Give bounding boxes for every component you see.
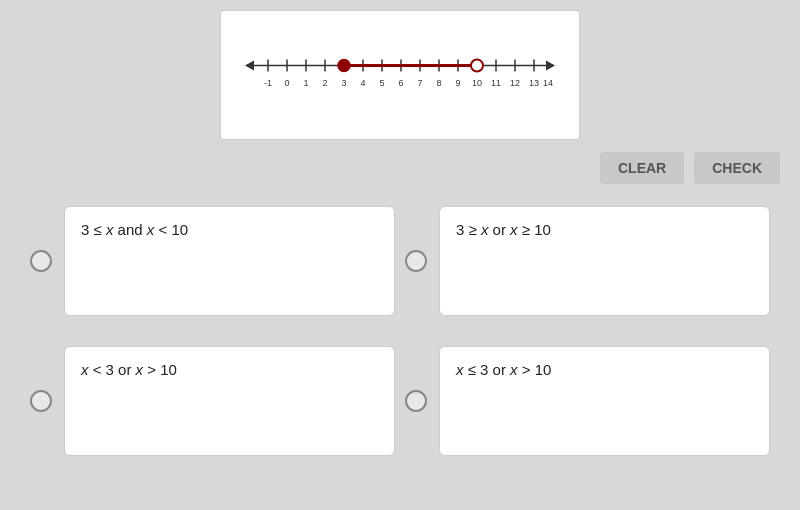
option-item-b: 3 ≥ x or x ≥ 10 <box>405 196 770 326</box>
svg-text:4: 4 <box>360 78 365 88</box>
svg-text:2: 2 <box>322 78 327 88</box>
svg-text:1: 1 <box>303 78 308 88</box>
number-line-wrapper: -1 0 1 2 3 4 5 6 7 8 9 10 11 12 13 14 <box>240 45 560 105</box>
radio-b[interactable] <box>405 250 427 272</box>
number-line-svg: -1 0 1 2 3 4 5 6 7 8 9 10 11 12 13 14 <box>240 45 560 105</box>
svg-text:-1: -1 <box>264 78 272 88</box>
svg-text:14: 14 <box>543 78 553 88</box>
option-box-d[interactable]: x ≤ 3 or x > 10 <box>439 346 770 456</box>
buttons-row: CLEAR CHECK <box>0 140 800 196</box>
svg-text:9: 9 <box>455 78 460 88</box>
svg-marker-2 <box>546 61 555 71</box>
svg-text:10: 10 <box>472 78 482 88</box>
option-box-b[interactable]: 3 ≥ x or x ≥ 10 <box>439 206 770 316</box>
number-line-container: -1 0 1 2 3 4 5 6 7 8 9 10 11 12 13 14 <box>220 10 580 140</box>
radio-a[interactable] <box>30 250 52 272</box>
radio-c[interactable] <box>30 390 52 412</box>
option-text-c: x < 3 or x > 10 <box>81 361 177 378</box>
svg-text:13: 13 <box>529 78 539 88</box>
radio-d[interactable] <box>405 390 427 412</box>
option-text-d: x ≤ 3 or x > 10 <box>456 361 551 378</box>
check-button[interactable]: CHECK <box>694 152 780 184</box>
option-box-c[interactable]: x < 3 or x > 10 <box>64 346 395 456</box>
svg-marker-1 <box>245 61 254 71</box>
option-text-b: 3 ≥ x or x ≥ 10 <box>456 221 551 238</box>
svg-text:12: 12 <box>510 78 520 88</box>
svg-point-35 <box>338 60 350 72</box>
svg-point-36 <box>471 60 483 72</box>
option-item-a: 3 ≤ x and x < 10 <box>30 196 395 326</box>
option-item-d: x ≤ 3 or x > 10 <box>405 336 770 466</box>
options-grid: 3 ≤ x and x < 10 3 ≥ x or x ≥ 10 x < 3 o… <box>0 196 800 466</box>
svg-text:11: 11 <box>491 78 501 88</box>
svg-text:7: 7 <box>417 78 422 88</box>
option-item-c: x < 3 or x > 10 <box>30 336 395 466</box>
svg-text:3: 3 <box>341 78 346 88</box>
top-section: -1 0 1 2 3 4 5 6 7 8 9 10 11 12 13 14 <box>0 0 800 140</box>
svg-text:5: 5 <box>379 78 384 88</box>
clear-button[interactable]: CLEAR <box>600 152 684 184</box>
svg-text:6: 6 <box>398 78 403 88</box>
option-box-a[interactable]: 3 ≤ x and x < 10 <box>64 206 395 316</box>
option-text-a: 3 ≤ x and x < 10 <box>81 221 188 238</box>
svg-text:0: 0 <box>284 78 289 88</box>
svg-text:8: 8 <box>436 78 441 88</box>
